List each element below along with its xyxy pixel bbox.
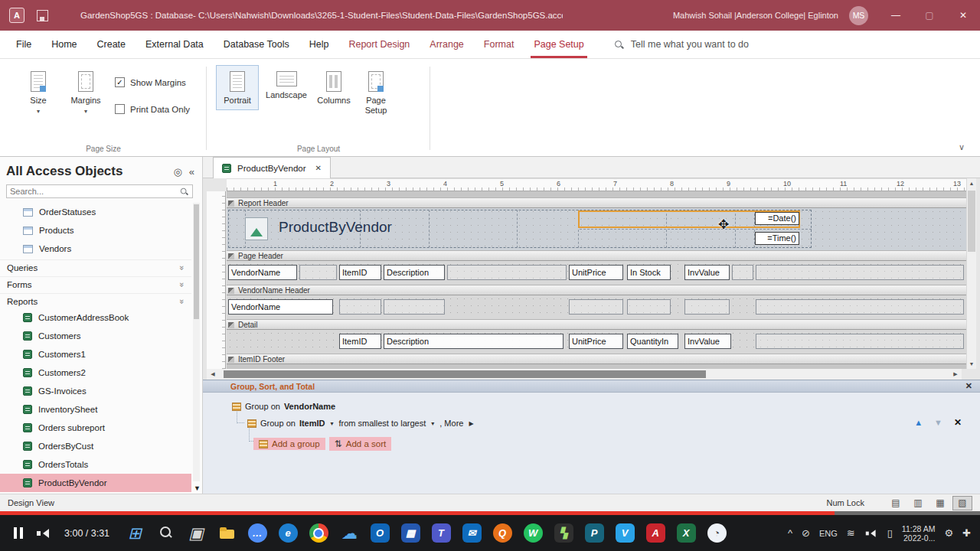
speaker-icon[interactable]: [865, 528, 876, 538]
whatsapp-icon[interactable]: W: [521, 520, 544, 546]
clock[interactable]: 11:28 AM 2022-0...: [902, 524, 936, 543]
report-design-canvas[interactable]: Report Header ProductByVendor: [227, 191, 966, 369]
sidebar-item-report[interactable]: InventorySheet: [0, 400, 191, 419]
textbox-control[interactable]: [756, 334, 964, 349]
textbox-control[interactable]: InvValue: [684, 334, 731, 349]
move-down-icon[interactable]: ▼: [934, 418, 942, 427]
page-setup-button[interactable]: Page Setup: [358, 65, 394, 120]
calendar-icon[interactable]: ▦: [399, 520, 422, 546]
section-selector-icon[interactable]: [228, 357, 234, 363]
label-control[interactable]: In Stock: [627, 265, 671, 280]
scroll-up-icon[interactable]: ▲: [967, 178, 976, 188]
label-control[interactable]: UnitPrice: [569, 265, 623, 280]
ribbon-tab[interactable]: External Data: [136, 31, 214, 58]
group-field-label[interactable]: VendorName: [284, 402, 335, 411]
sidebar-item-report[interactable]: CustomerAddressBook: [0, 308, 191, 327]
ribbon-tab[interactable]: File: [6, 31, 41, 58]
textbox-control[interactable]: Description: [384, 334, 564, 349]
chrome-icon[interactable]: [307, 520, 330, 546]
collapse-ribbon-icon[interactable]: ∨: [959, 142, 965, 152]
ribbon-tab[interactable]: Create: [87, 31, 136, 58]
mic-muted-icon[interactable]: ⊘: [802, 527, 810, 539]
clock-app-icon[interactable]: ◔: [705, 520, 728, 546]
volume-icon[interactable]: [37, 527, 51, 540]
nav-menu-icon[interactable]: ◎: [173, 166, 181, 178]
portrait-button[interactable]: Portrait: [216, 65, 259, 110]
sidebar-item-report[interactable]: Customers: [0, 327, 191, 345]
label-control[interactable]: ItemID: [339, 265, 381, 280]
account-name[interactable]: Mahwish Sohail |Anderson College| Eglint…: [673, 11, 838, 20]
onedrive-icon[interactable]: ☁: [338, 520, 361, 546]
page-header-bar[interactable]: Page Header: [227, 250, 966, 261]
landscape-button[interactable]: Landscape: [263, 65, 309, 105]
label-control[interactable]: [447, 265, 567, 280]
pycharm-icon[interactable]: P: [583, 520, 606, 546]
section-selector-icon[interactable]: [228, 253, 234, 259]
vendorname-header-bar[interactable]: VendorName Header: [227, 285, 966, 295]
scroll-down-icon[interactable]: ▼: [967, 359, 976, 369]
mail-icon[interactable]: ✉: [460, 520, 483, 546]
scrollbar-thumb[interactable]: [194, 204, 199, 319]
report-title-label[interactable]: ProductByVendor: [279, 219, 392, 236]
textbox-control[interactable]: UnitPrice: [569, 334, 623, 349]
edge-icon[interactable]: e: [276, 520, 299, 546]
search-input[interactable]: [10, 187, 176, 196]
group-row-vendorname[interactable]: Group on VendorName: [232, 402, 335, 411]
sidebar-group-reports[interactable]: Reports »: [0, 293, 191, 308]
margins-button[interactable]: Margins ▾: [64, 65, 107, 119]
report-view-icon[interactable]: ▤: [886, 496, 906, 510]
scroll-left-icon[interactable]: ◀: [207, 371, 219, 377]
ribbon-tab[interactable]: Help: [299, 31, 339, 58]
close-button[interactable]: ✕: [946, 0, 980, 31]
sidebar-item-report[interactable]: OrdersTotals: [0, 455, 191, 474]
ribbon-tab[interactable]: Page Setup: [524, 31, 593, 58]
nav-search-box[interactable]: [6, 184, 193, 198]
ribbon-tab[interactable]: Database Tools: [214, 31, 299, 58]
textbox-control[interactable]: [684, 299, 730, 315]
textbox-control[interactable]: ItemID: [339, 334, 381, 349]
sidebar-item-table[interactable]: Vendors: [0, 240, 191, 258]
ribbon-tab[interactable]: Arrange: [420, 31, 473, 58]
outlook-icon[interactable]: O: [368, 520, 391, 546]
sidebar-item-table[interactable]: OrderStatuses: [0, 203, 191, 221]
avatar[interactable]: MS: [849, 6, 868, 25]
vscode-icon[interactable]: V: [613, 520, 636, 546]
battery-icon[interactable]: ▯: [887, 527, 893, 539]
logo-image-placeholder[interactable]: [245, 217, 268, 240]
more-options-label[interactable]: , More: [439, 419, 463, 428]
textbox-control[interactable]: [627, 299, 671, 315]
browser-icon[interactable]: Q: [491, 520, 514, 546]
ribbon-tab[interactable]: Report Design: [338, 31, 420, 58]
label-control[interactable]: [299, 265, 337, 280]
report-header-bar[interactable]: Report Header: [227, 197, 966, 208]
popout-icon[interactable]: ✚: [962, 527, 971, 539]
language-indicator[interactable]: ENG: [819, 529, 838, 538]
sidebar-item-report[interactable]: ProductByVendor: [0, 474, 191, 492]
add-group-button[interactable]: Add a group: [253, 438, 325, 450]
pause-icon[interactable]: [14, 527, 23, 539]
group-row-itemid[interactable]: Group on ItemID ▾ from smallest to large…: [247, 419, 475, 428]
tell-me-box[interactable]: Tell me what you want to do: [614, 39, 749, 50]
teams-icon[interactable]: T: [430, 520, 452, 546]
label-control[interactable]: [756, 265, 964, 280]
sidebar-item-report[interactable]: Orders subreport: [0, 419, 191, 437]
dropdown-arrow-icon[interactable]: ▾: [331, 420, 334, 427]
scrollbar-thumb[interactable]: [224, 370, 706, 378]
sort-order-dropdown[interactable]: from smallest to largest: [339, 419, 426, 428]
start-button[interactable]: ⊞: [123, 520, 146, 546]
detail-band[interactable]: ItemIDDescriptionUnitPriceQuantityInInvV…: [227, 330, 966, 354]
label-control[interactable]: VendorName: [228, 265, 297, 280]
sidebar-scrollbar[interactable]: [193, 203, 200, 481]
tray-chevron-icon[interactable]: ^: [788, 527, 792, 539]
vertical-scrollbar[interactable]: ▲ ▼: [966, 178, 976, 369]
shutter-close-icon[interactable]: «: [189, 166, 194, 178]
file-explorer-icon[interactable]: [215, 520, 238, 546]
scroll-right-icon[interactable]: ▶: [949, 371, 962, 377]
sidebar-item-report[interactable]: Customers1: [0, 345, 191, 364]
sidebar-group-queries[interactable]: Queries »: [0, 259, 191, 275]
ribbon-tab[interactable]: Format: [474, 31, 524, 58]
scroll-down-icon[interactable]: ▼: [194, 484, 201, 492]
label-control[interactable]: [732, 265, 753, 280]
section-selector-icon[interactable]: [228, 322, 234, 328]
adobe-icon[interactable]: A: [644, 520, 667, 546]
